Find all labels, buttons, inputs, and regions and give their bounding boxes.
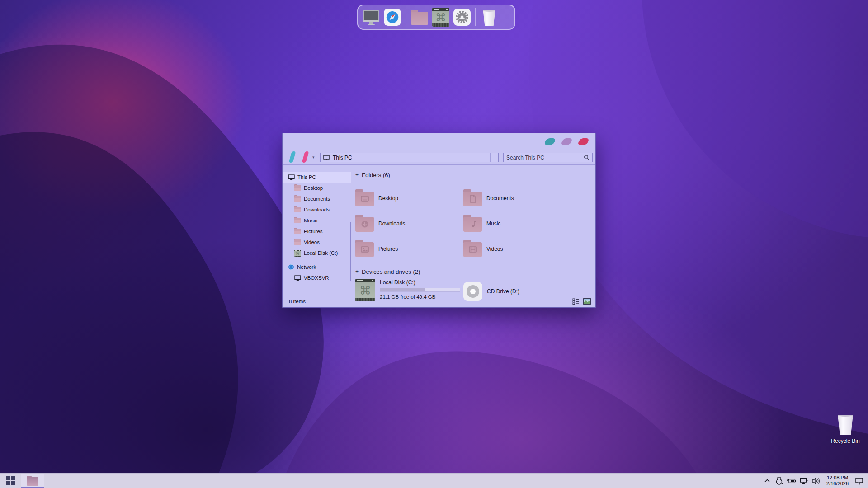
cd-drive-icon <box>463 282 482 301</box>
folder-tile-downloads[interactable]: Downloads <box>355 211 463 236</box>
dock: ⌘ <box>357 5 515 30</box>
hard-drive-icon: ⌘ <box>294 250 301 257</box>
imac-icon <box>363 10 379 24</box>
recycle-bin-label: Recycle Bin <box>824 438 867 444</box>
recycle-bin[interactable]: Recycle Bin <box>824 413 867 444</box>
folder-tile-music[interactable]: Music <box>463 211 571 236</box>
dock-hard-drive-icon[interactable]: ⌘ <box>431 7 450 27</box>
folder-icon <box>411 12 428 25</box>
trash-icon <box>483 9 495 26</box>
folder-tile-videos[interactable]: Videos <box>463 236 571 262</box>
taskbar-clock[interactable]: 12:08 PM 2/16/2026 <box>824 475 851 487</box>
sidebar-item-local-disk[interactable]: ⌘ Local Disk (C:) <box>283 248 351 258</box>
dock-system-preferences-icon[interactable] <box>453 7 472 27</box>
this-pc-monitor-icon <box>323 155 330 160</box>
taskbar: 12:08 PM 2/16/2026 <box>0 473 868 488</box>
tray-chevron-up-icon[interactable] <box>763 476 772 485</box>
tray-battery-icon[interactable] <box>787 476 796 485</box>
desktop: ⌘ <box>0 0 868 488</box>
music-folder-icon <box>463 217 482 232</box>
folder-tile-label: Music <box>486 221 500 227</box>
disk-usage-bar <box>380 288 460 292</box>
folder-icon <box>294 185 301 191</box>
drive-tile-local-disk[interactable]: ⌘ Local Disk (C:) 21.1 GB free of 49.4 G… <box>355 279 463 304</box>
close-button[interactable] <box>577 138 590 145</box>
folder-icon <box>294 229 301 234</box>
devices-section-header[interactable]: + Devices and drives (2) <box>355 267 599 276</box>
sidebar-item-videos[interactable]: Videos <box>283 237 351 248</box>
folder-tile-label: Videos <box>486 246 503 252</box>
collapse-glyph[interactable]: + <box>355 268 359 275</box>
tray-device-icon[interactable] <box>775 476 784 485</box>
downloads-folder-icon <box>355 217 374 232</box>
videos-folder-icon <box>463 242 482 257</box>
folders-section-header[interactable]: + Folders (6) <box>355 171 599 179</box>
sidebar-item-desktop[interactable]: Desktop <box>283 183 351 193</box>
address-bar-divider <box>490 153 491 162</box>
search-input[interactable]: Search This PC <box>503 153 593 162</box>
dock-separator <box>406 8 406 26</box>
recycle-bin-icon <box>837 413 854 435</box>
documents-folder-icon <box>463 192 482 206</box>
tray-network-icon[interactable] <box>799 476 808 485</box>
dock-folder-icon[interactable] <box>410 7 429 27</box>
drive-name: Local Disk (C:) <box>380 279 460 286</box>
folder-icon <box>294 207 301 212</box>
sidebar-item-label: Videos <box>304 239 320 245</box>
action-center-icon[interactable] <box>854 476 863 485</box>
folder-tile-label: Downloads <box>378 221 405 227</box>
forward-button[interactable] <box>302 151 309 163</box>
recent-locations-chevron-icon[interactable]: ▾ <box>312 155 315 160</box>
sidebar-item-music[interactable]: Music <box>283 215 351 226</box>
dock-separator <box>475 8 476 26</box>
sidebar: This PC Desktop Documents Downloads Musi… <box>283 165 351 296</box>
sidebar-item-label: Pictures <box>304 229 323 234</box>
collapse-glyph[interactable]: + <box>355 172 359 178</box>
sidebar-item-label: Documents <box>304 196 330 202</box>
content-area: + Folders (6) Desktop <box>351 165 599 296</box>
start-button[interactable] <box>0 474 21 488</box>
minimize-button[interactable] <box>544 138 557 145</box>
search-placeholder: Search This PC <box>506 155 584 161</box>
dock-finder-computer-icon[interactable] <box>362 7 381 27</box>
sidebar-item-label: Network <box>297 264 316 270</box>
taskbar-file-explorer-button[interactable] <box>21 474 44 488</box>
address-text: This PC <box>333 155 352 161</box>
folder-tile-label: Documents <box>486 195 514 202</box>
disk-usage-fill <box>380 288 425 291</box>
folder-tile-desktop[interactable]: Desktop <box>355 186 463 211</box>
folder-tile-documents[interactable]: Documents <box>463 186 571 211</box>
address-bar[interactable]: This PC <box>320 153 499 162</box>
sidebar-item-downloads[interactable]: Downloads <box>283 204 351 215</box>
sidebar-item-label: VBOXSVR <box>304 275 329 281</box>
devices-header-label: Devices and drives (2) <box>362 268 420 275</box>
sidebar-item-vboxsvr[interactable]: VBOXSVR <box>283 272 351 283</box>
titlebar[interactable] <box>283 133 595 150</box>
search-icon[interactable] <box>584 155 590 160</box>
sidebar-item-label: Downloads <box>304 207 330 212</box>
dock-safari-icon[interactable] <box>383 7 402 27</box>
sidebar-item-label: Local Disk (C:) <box>304 250 338 256</box>
file-explorer-window: ▾ This PC Search This PC <box>282 133 596 308</box>
back-button[interactable] <box>288 151 296 163</box>
folders-grid: Desktop Documents Do <box>355 186 599 262</box>
sidebar-item-pictures[interactable]: Pictures <box>283 226 351 237</box>
gear-icon <box>453 9 471 26</box>
folder-tile-label: Pictures <box>378 246 398 252</box>
folder-tile-pictures[interactable]: Pictures <box>355 236 463 262</box>
dock-trash-icon[interactable] <box>480 7 499 27</box>
tray-volume-icon[interactable] <box>811 476 821 485</box>
sidebar-item-documents[interactable]: Documents <box>283 193 351 204</box>
drives-grid: ⌘ Local Disk (C:) 21.1 GB free of 49.4 G… <box>355 279 599 304</box>
items-count: 8 items <box>289 299 306 304</box>
monitor-icon <box>288 174 295 180</box>
hard-drive-icon: ⌘ <box>355 279 375 301</box>
network-globe-icon <box>288 264 294 270</box>
maximize-button[interactable] <box>561 138 573 145</box>
sidebar-item-this-pc[interactable]: This PC <box>283 172 351 183</box>
drive-tile-cd[interactable]: CD Drive (D:) <box>463 279 599 304</box>
sidebar-item-network[interactable]: Network <box>283 262 351 272</box>
desktop-folder-icon <box>355 192 374 206</box>
sidebar-item-label: Desktop <box>304 185 323 191</box>
hard-drive-icon: ⌘ <box>432 8 449 27</box>
